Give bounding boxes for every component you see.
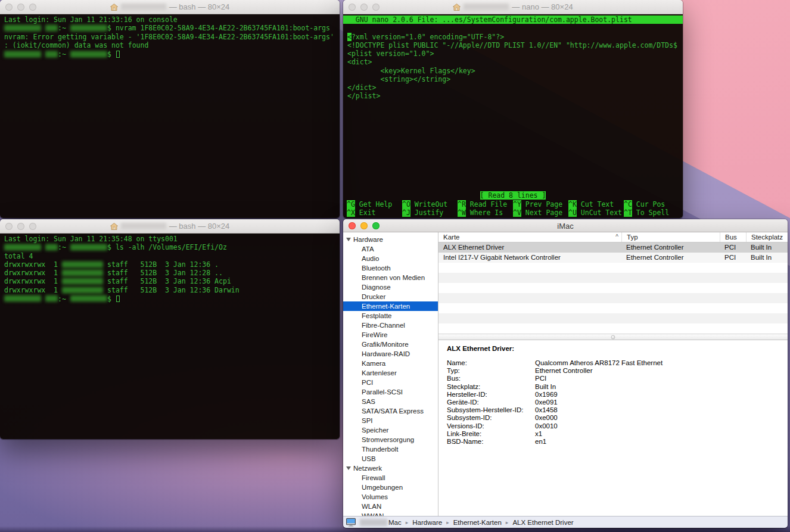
zoom-button[interactable] <box>29 4 36 11</box>
terminal-content[interactable]: Last login: Sun Jan 11 21:35:48 on ttys0… <box>0 234 340 439</box>
terminal-text: nvram: Error getting variable - '1F8E0C0… <box>4 33 334 41</box>
terminal-text: staff 512B 3 Jan 12:28 .. <box>103 269 223 277</box>
sidebar-item-spi[interactable]: SPI <box>343 416 438 425</box>
table-row-empty[interactable] <box>438 273 788 283</box>
close-button[interactable] <box>349 4 356 11</box>
disclosure-triangle-icon[interactable] <box>346 466 351 470</box>
pane-splitter[interactable] <box>438 334 788 340</box>
table-row-empty[interactable] <box>438 283 788 293</box>
sidebar-item-sas[interactable]: SAS <box>343 397 438 406</box>
nano-text-area[interactable]: <?xml version="1.0" encoding="UTF-8"?><!… <box>343 24 683 100</box>
window-titlebar[interactable]: iMac <box>343 219 788 232</box>
sidebar-item-fibre-channel[interactable]: Fibre-Channel <box>343 321 438 330</box>
terminal-text: Last login: Sun Jan 11 21:33:16 on conso… <box>4 15 178 24</box>
window-titlebar[interactable]: — nano — 80×24 <box>343 0 683 14</box>
close-button[interactable] <box>5 223 13 230</box>
detail-field: Subsystem-Hersteller-ID:0x1458 <box>447 406 782 414</box>
sidebar-item-parallel-scsi[interactable]: Parallel-SCSI <box>343 387 438 397</box>
column-header-bus[interactable]: Bus <box>720 232 746 242</box>
table-header[interactable]: Karte^TypBusSteckplatz <box>438 232 788 242</box>
sidebar-item-ethernet-karten[interactable]: Ethernet-Karten <box>343 301 438 311</box>
window-titlebar[interactable]: — bash — 80×24 <box>0 219 340 234</box>
window-title-text: — bash — 80×24 <box>169 0 230 14</box>
shortcut-label: Cur Pos <box>632 200 665 209</box>
column-header-label: Typ <box>627 234 638 241</box>
sidebar-item-wwan[interactable]: WWAN <box>343 511 438 516</box>
minimize-button[interactable] <box>17 223 24 230</box>
minimize-button[interactable] <box>17 4 24 11</box>
sidebar-item-festplatte[interactable]: Festplatte <box>343 311 438 321</box>
sidebar-item-firewire[interactable]: FireWire <box>343 330 438 340</box>
sidebar-item-pci[interactable]: PCI <box>343 378 438 387</box>
sidebar-item-stromversorgung[interactable]: Stromversorgung <box>343 435 438 444</box>
table-row[interactable]: ALX Ethernet DriverEthernet ControllerPC… <box>438 242 788 253</box>
table-row-empty[interactable] <box>438 313 788 323</box>
column-header-steckplatz[interactable]: Steckplatz <box>746 232 788 242</box>
terminal-content[interactable]: Last login: Sun Jan 11 21:33:16 on conso… <box>0 14 340 218</box>
table-row-empty[interactable] <box>438 263 788 273</box>
zoom-button[interactable] <box>29 223 36 230</box>
terminal-text: :~ <box>58 50 70 58</box>
breadcrumb-separator-icon: ▸ <box>446 519 450 525</box>
close-button[interactable] <box>5 4 13 11</box>
splitter-handle-icon[interactable] <box>611 335 615 339</box>
terminal-line: drwxrwxrwx 1 staff 512B 3 Jan 12:28 .. <box>0 269 340 277</box>
sidebar-item-kamera[interactable]: Kamera <box>343 359 438 368</box>
close-button[interactable] <box>349 222 356 229</box>
breadcrumb-item: Mac <box>388 519 402 526</box>
shortcut-label: Next Page <box>521 209 562 217</box>
sidebar-item-hardware-raid[interactable]: Hardware-RAID <box>343 349 438 359</box>
terminal-line: drwxrwxrwx 1 staff 512B 3 Jan 12:36 . <box>0 260 340 269</box>
sidebar-item-kartenleser[interactable]: Kartenleser <box>343 368 438 378</box>
sidebar-item-brennen-von-medien[interactable]: Brennen von Medien <box>343 273 438 282</box>
zoom-button[interactable] <box>372 4 380 11</box>
window-titlebar[interactable]: — bash — 80×24 <box>0 0 340 14</box>
terminal-window-nano: — nano — 80×24 GNU nano 2.0.6 File: ...e… <box>343 0 683 218</box>
shortcut-label: Justify <box>410 209 443 217</box>
sidebar-item-volumes[interactable]: Volumes <box>343 492 438 502</box>
terminal-text: <dict> <box>347 58 372 66</box>
terminal-text: ?xml version="1.0" encoding="UTF-8"?> <box>352 33 504 41</box>
window-title: — bash — 80×24 <box>110 219 230 233</box>
detail-field-label: Steckplatz: <box>447 383 535 391</box>
table-row-empty[interactable] <box>438 293 788 303</box>
sidebar-section-netzwerk[interactable]: Netzwerk <box>343 463 438 473</box>
sidebar-item-sata-sata-express[interactable]: SATA/SATA Express <box>343 406 438 416</box>
sidebar-section-hardware[interactable]: Hardware <box>343 235 438 244</box>
sidebar-item-grafik-monitore[interactable]: Grafik/Monitore <box>343 340 438 349</box>
nano-status-message: [ Read 8 lines ] <box>480 191 546 200</box>
sidebar-item-speicher[interactable]: Speicher <box>343 425 438 435</box>
detail-field-label: Subsystem-ID: <box>447 414 535 422</box>
table-row-empty[interactable] <box>438 323 788 334</box>
sidebar-item-wlan[interactable]: WLAN <box>343 502 438 511</box>
sidebar-item-diagnose[interactable]: Diagnose <box>343 282 438 292</box>
sidebar-item-drucker[interactable]: Drucker <box>343 292 438 301</box>
table-row-empty[interactable] <box>438 303 788 313</box>
zoom-button[interactable] <box>372 222 380 229</box>
home-icon <box>110 4 118 11</box>
sidebar-item-audio[interactable]: Audio <box>343 254 438 263</box>
sidebar-item-firewall[interactable]: Firewall <box>343 473 438 483</box>
category-sidebar[interactable]: HardwareATAAudioBluetoothBrennen von Med… <box>343 232 438 516</box>
column-header-label: Karte <box>443 232 460 242</box>
window-controls <box>5 223 36 230</box>
detail-field-value: x1 <box>535 430 782 438</box>
sidebar-item-usb[interactable]: USB <box>343 454 438 463</box>
table-row[interactable]: Intel I217-V Gigabit Network ControllerE… <box>438 253 788 263</box>
minimize-button[interactable] <box>360 222 368 229</box>
minimize-button[interactable] <box>360 4 368 11</box>
disclosure-triangle-icon[interactable] <box>346 238 351 241</box>
sidebar-item-ata[interactable]: ATA <box>343 244 438 254</box>
terminal-line: :~ $ nvram 1F8E0C02-58A9-4E34-AE22-2B637… <box>0 24 340 32</box>
detail-field-value: en1 <box>535 438 782 446</box>
column-header-karte[interactable]: Karte^ <box>438 232 621 242</box>
sidebar-item-bluetooth[interactable]: Bluetooth <box>343 263 438 273</box>
terminal-text: : (iokit/common) data was not found <box>4 41 148 49</box>
terminal-text: <plist version="1.0"> <box>347 49 434 58</box>
nano-editor-content[interactable]: GNU nano 2.0.6 File: ...es/SystemConfigu… <box>343 14 683 218</box>
detail-field-value: 0xe091 <box>535 399 782 406</box>
terminal-cursor <box>116 295 120 303</box>
sidebar-item-umgebungen[interactable]: Umgebungen <box>343 483 438 492</box>
sidebar-item-thunderbolt[interactable]: Thunderbolt <box>343 444 438 454</box>
column-header-typ[interactable]: Typ <box>621 232 720 242</box>
